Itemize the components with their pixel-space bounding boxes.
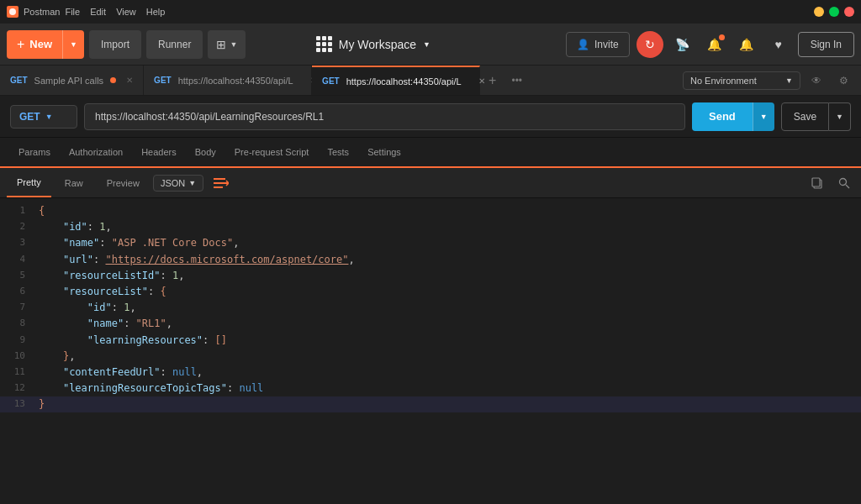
preview-tab[interactable]: Preview [97, 168, 150, 197]
api-builder-button[interactable]: ⊞ ▼ [208, 30, 246, 59]
body-tab[interactable]: Body [187, 138, 224, 166]
menu-edit[interactable]: Edit [90, 7, 106, 17]
sync-button[interactable]: ↻ [637, 31, 663, 58]
send-dropdown-button[interactable]: ▼ [753, 102, 774, 131]
headers-tab[interactable]: Headers [133, 138, 185, 166]
code-line-9: 9 "learningResources": [] [0, 333, 861, 349]
pretty-tab[interactable]: Pretty [7, 168, 51, 197]
method-label: GET [19, 111, 40, 123]
more-tabs-button[interactable]: ••• [504, 66, 529, 95]
menu-file[interactable]: File [65, 7, 80, 17]
params-tab[interactable]: Params [10, 138, 59, 166]
api-icon: ⊞ [216, 38, 226, 51]
wrap-button[interactable] [214, 177, 229, 189]
tab-close-1[interactable]: ✕ [126, 76, 133, 85]
maximize-button[interactable]: □ [829, 7, 839, 17]
title-bar: Postman File Edit View Help — □ ✕ [0, 0, 861, 24]
heart-icon: ♥ [774, 38, 781, 51]
save-button-group: Save ▼ [781, 102, 851, 131]
import-button[interactable]: Import [89, 30, 141, 59]
send-chevron-icon: ▼ [760, 113, 768, 121]
tab-close-3[interactable]: ✕ [478, 76, 485, 86]
env-settings-button[interactable]: ⚙ [832, 70, 854, 92]
invite-label: Invite [594, 39, 619, 50]
alerts-button[interactable]: 🔔 [734, 32, 759, 57]
tab-localhost-3[interactable]: GET https://localhost:44350/api/L ✕ [312, 66, 480, 95]
new-button-dropdown[interactable]: ▼ [62, 30, 84, 59]
sync-icon: ↻ [645, 38, 655, 51]
raw-tab[interactable]: Raw [55, 168, 93, 197]
tab-label-3: https://localhost:44350/api/L [346, 76, 462, 87]
tab-dot-1 [110, 77, 116, 83]
tab-localhost-2[interactable]: GET https://localhost:44350/api/L ✕ [144, 66, 312, 95]
code-line-7: 7 "id": 1, [0, 300, 861, 316]
svg-rect-2 [214, 182, 229, 184]
navbar: + New ▼ Import Runner ⊞ ▼ My Workspace ▼… [0, 24, 861, 66]
save-chevron-icon: ▼ [836, 113, 843, 121]
code-line-6: 6 "resourceList": { [0, 284, 861, 300]
code-line-5: 5 "resourceListId": 1, [0, 268, 861, 284]
response-code-area: 1 { 2 "id": 1, 3 "name": "ASP .NET Core … [0, 198, 861, 504]
code-line-13: 13 } [0, 396, 861, 412]
code-line-4: 4 "url": "https://docs.microsoft.com/asp… [0, 252, 861, 268]
send-button[interactable]: Send [692, 102, 753, 131]
menu-view[interactable]: View [116, 7, 136, 17]
svg-point-6 [840, 178, 847, 185]
url-input[interactable] [84, 103, 685, 130]
save-button[interactable]: Save [781, 102, 829, 131]
code-line-2: 2 "id": 1, [0, 219, 861, 235]
title-bar-left: Postman File Edit View Help [7, 6, 165, 18]
copy-button[interactable] [807, 173, 827, 193]
code-line-3: 3 "name": "ASP .NET Core Docs", [0, 235, 861, 251]
runner-button[interactable]: Runner [146, 30, 203, 59]
tab-label-2: https://localhost:44350/api/L [178, 76, 293, 86]
format-select[interactable]: JSON ▼ [153, 175, 203, 192]
menu-help[interactable]: Help [146, 7, 166, 17]
save-dropdown-button[interactable]: ▼ [829, 102, 851, 131]
satellite-icon: 📡 [675, 38, 689, 51]
new-button-label: New [29, 38, 52, 50]
gear-icon: ⚙ [839, 75, 848, 87]
more-icon: ••• [511, 75, 522, 87]
invite-button[interactable]: 👤 Invite [566, 32, 630, 57]
new-button-main[interactable]: + New [7, 30, 62, 59]
tab-method-get-2: GET [154, 76, 172, 85]
plus-icon: + [17, 37, 24, 52]
new-button[interactable]: + New ▼ [7, 30, 84, 59]
heart-button[interactable]: ♥ [766, 32, 791, 57]
prerequest-tab[interactable]: Pre-request Script [226, 138, 318, 166]
title-bar-menu: File Edit View Help [65, 7, 165, 17]
tab-sample-api[interactable]: GET Sample API calls ✕ [0, 66, 144, 95]
request-bar: GET ▼ Send ▼ Save ▼ [0, 96, 861, 138]
svg-rect-1 [214, 178, 225, 180]
person-icon: 👤 [577, 39, 589, 50]
notification-dot [719, 34, 725, 40]
response-section: Pretty Raw Preview JSON ▼ [0, 168, 861, 504]
notifications-button[interactable]: 🔔 [702, 32, 727, 57]
settings-tab[interactable]: Settings [359, 138, 409, 166]
authorization-tab[interactable]: Authorization [61, 138, 131, 166]
method-select[interactable]: GET ▼ [10, 105, 77, 129]
navbar-right: 👤 Invite ↻ 📡 🔔 🔔 ♥ Sign In [566, 31, 854, 58]
main-content: GET Sample API calls ✕ GET https://local… [0, 66, 861, 504]
response-toolbar [807, 173, 854, 193]
request-options-tabs: Params Authorization Headers Body Pre-re… [0, 138, 861, 168]
code-line-10: 10 }, [0, 349, 861, 365]
eye-icon: 👁 [811, 75, 821, 87]
satellite-button[interactable]: 📡 [670, 32, 695, 57]
tests-tab[interactable]: Tests [319, 138, 357, 166]
app-title: Postman [24, 7, 60, 17]
send-button-group: Send ▼ [692, 102, 774, 131]
postman-logo [7, 6, 18, 18]
method-chevron-icon: ▼ [45, 113, 53, 121]
workspace-button[interactable]: My Workspace ▼ [316, 36, 430, 52]
signin-button[interactable]: Sign In [798, 32, 854, 57]
tab-label-1: Sample API calls [34, 76, 104, 86]
env-eye-button[interactable]: 👁 [806, 70, 827, 92]
search-response-button[interactable] [834, 173, 854, 193]
close-button[interactable]: ✕ [844, 7, 854, 17]
workspace-grid-icon [316, 36, 332, 52]
chevron-down-icon: ▼ [70, 40, 77, 49]
minimize-button[interactable]: — [814, 7, 824, 17]
environment-select[interactable]: No Environment ▼ [683, 71, 800, 90]
